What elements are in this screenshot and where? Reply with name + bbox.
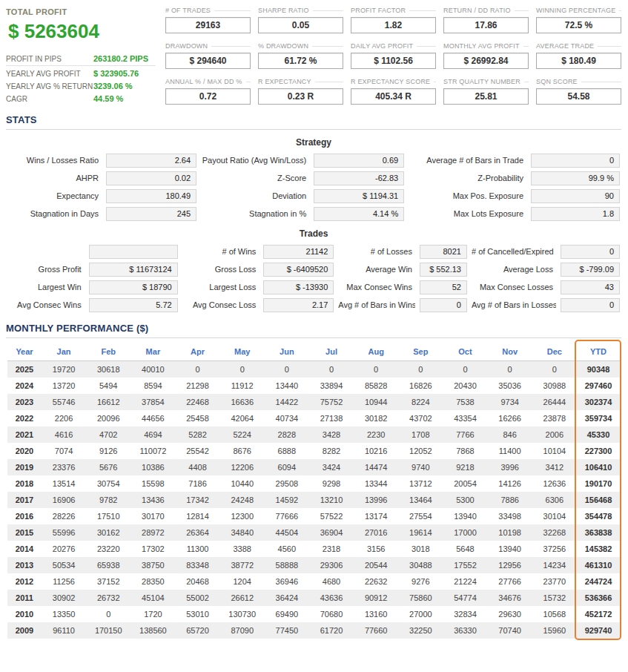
month-cell: 8282 [309, 443, 354, 459]
stat-value-avg-of-bars-in-losses: 0 [561, 298, 620, 312]
month-cell: 77666 [265, 508, 309, 524]
month-cell: 3018 [398, 541, 443, 557]
stat-label-payout-ratio-avg-win-loss: Payout Ratio (Avg Win/Loss) [201, 154, 309, 168]
stat-label-deviation: Deviation [201, 189, 309, 203]
month-cell: 13940 [488, 541, 532, 557]
ytd-cell: 227300 [577, 443, 620, 459]
stat-label-average-win: Average Win [338, 263, 415, 277]
metric-drawdown: % DRAWDOWN61.72 % [258, 42, 343, 69]
month-cell: 13464 [398, 492, 443, 508]
metric-label: WINNING PERCENTAGE [536, 7, 615, 14]
stat-value-avg-consec-loss: 2.17 [263, 298, 334, 312]
stat-value-of-cancelled-expired: 0 [561, 245, 620, 259]
summary-row-yearly-avg-profit: YEARLY AVG PROFIT$ 323905.76 [6, 67, 156, 80]
month-cell: 65720 [175, 622, 219, 639]
trades-grid: # of Wins21142# of Losses8021# of Cancel… [6, 245, 621, 312]
stat-label-largest-loss: Largest Loss [182, 280, 260, 294]
month-cell: 30618 [86, 361, 130, 378]
metric-label-rule [246, 82, 251, 82]
metric-of-trades: # OF TRADES29163 [165, 6, 251, 33]
year-cell: 2010 [7, 606, 42, 622]
month-cell: 5676 [86, 459, 130, 475]
metric-label-row: DRAWDOWN [165, 42, 251, 50]
month-cell: 9734 [488, 394, 532, 410]
total-profit-label: TOTAL PROFIT [6, 7, 156, 16]
stat-value-of-wins: 21142 [263, 245, 334, 259]
month-cell: 38772 [220, 557, 265, 573]
month-cell: 20054 [443, 475, 487, 492]
month-cell: 16612 [86, 394, 130, 410]
month-cell: 14592 [265, 492, 309, 508]
metric-label-row: R EXPECTANCY [258, 77, 343, 86]
month-cell: 13514 [42, 475, 86, 492]
metric-value: 29163 [165, 17, 251, 33]
month-cell: 36330 [443, 622, 487, 639]
stats-heading: STATS [6, 114, 621, 130]
monthly-row-2018: 2018135143075415598718610440295089298133… [7, 475, 620, 492]
month-cell: 24248 [220, 492, 265, 508]
monthly-row-2024: 2024137205494859421298119121344033894858… [7, 378, 620, 394]
month-cell: 32250 [398, 622, 443, 639]
month-cell: 34840 [220, 524, 265, 541]
total-profit-value: $ 5263604 [8, 20, 156, 43]
monthly-row-2009: 2009961101701501385606572087090774506172… [7, 622, 620, 639]
metric-label-rule [315, 82, 343, 82]
stat-value-ahpr: 0.02 [106, 171, 196, 185]
metric-str-quality-number: STR QUALITY NUMBER25.81 [443, 77, 529, 105]
month-cell: 3412 [532, 459, 577, 475]
metric-sqn-score: SQN SCORE54.58 [536, 77, 621, 105]
month-cell: 50534 [42, 557, 86, 573]
stat-label-max-consec-losses: Max Consec Losses [472, 280, 556, 294]
month-cell: 2828 [265, 426, 309, 443]
month-cell: 0 [354, 361, 398, 378]
month-cell: 9782 [86, 492, 130, 508]
metric-label-rule [619, 10, 621, 11]
metric-label-row: SHARPE RATIO [258, 6, 343, 15]
month-cell: 4680 [309, 573, 354, 590]
metric-value: 17.86 [443, 17, 529, 33]
metric-label-rule [598, 46, 621, 47]
summary-value: 263180.2 PIPS [93, 54, 148, 63]
monthly-col-dec: Dec [532, 342, 577, 361]
year-cell: 2024 [7, 378, 42, 394]
month-cell: 6094 [265, 459, 309, 475]
month-cell: 38750 [130, 557, 175, 573]
month-cell: 4694 [130, 426, 175, 443]
metric-label: R EXPECTANCY [258, 78, 311, 85]
metric-value: $ 26992.84 [443, 53, 529, 69]
ytd-cell: 145382 [577, 541, 620, 557]
month-cell: 37152 [86, 573, 130, 590]
metric-label-rule [211, 46, 251, 47]
month-cell: 77450 [265, 622, 309, 639]
month-cell: 7186 [175, 475, 219, 492]
stat-value-avg-consec-wins: 5.72 [89, 298, 178, 312]
monthly-col-apr: Apr [175, 342, 219, 361]
metric-label-row: AVERAGE TRADE [536, 42, 621, 50]
monthly-col-mar: Mar [130, 342, 175, 361]
year-cell: 2014 [7, 541, 42, 557]
month-cell: 7766 [443, 426, 487, 443]
metric-monthly-avg-profit: MONTHLY AVG PROFIT$ 26992.84 [443, 42, 529, 69]
stat-value-avg-of-bars-in-wins: 0 [420, 298, 467, 312]
month-cell: 34676 [488, 590, 532, 606]
monthly-col-jun: Jun [265, 342, 309, 361]
month-cell: 5282 [175, 426, 219, 443]
stat-value-average-loss: $ -799.09 [561, 263, 620, 277]
monthly-table-wrap: YearJanFebMarAprMayJunJulAugSepOctNovDec… [6, 340, 621, 639]
stat-value-payout-ratio-avg-win-loss: 0.69 [314, 154, 404, 168]
month-cell: 0 [488, 361, 532, 378]
metric-value: 25.81 [443, 88, 529, 105]
metric-annual-max-dd: ANNUAL % / MAX DD %0.72 [165, 77, 251, 105]
metric-label: SHARPE RATIO [258, 7, 309, 14]
monthly-col-feb: Feb [86, 342, 130, 361]
stat-label-of-wins: # of Wins [182, 245, 260, 259]
month-cell: 16826 [398, 378, 443, 394]
month-cell: 10440 [220, 475, 265, 492]
month-cell: 5494 [86, 378, 130, 394]
month-cell: 37854 [130, 394, 175, 410]
monthly-row-2025: 202519720306184001000000000090348 [7, 361, 620, 378]
ytd-cell: 302374 [577, 394, 620, 410]
month-cell: 44656 [130, 410, 175, 426]
year-cell: 2009 [7, 622, 42, 639]
profit-summary-panel: TOTAL PROFIT $ 5263604 PROFIT IN PIPS263… [6, 6, 156, 105]
